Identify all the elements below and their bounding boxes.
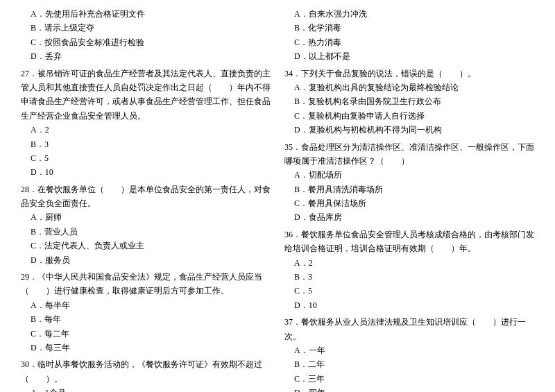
question-block: 28．在餐饮服务单位（ ）是本单位食品安全的第一责任人，对食品安全负全面责任。A… — [21, 182, 271, 267]
option-item: C．每二年 — [31, 327, 271, 341]
options-group: A．先使用后补充合格证明文件B．请示上级定夺C．按照食品安全标准进行检验D．丢弃 — [21, 7, 271, 64]
option-item: A．先使用后补充合格证明文件 — [31, 7, 271, 21]
option-item: A．每半年 — [31, 298, 271, 312]
left-column: A．先使用后补充合格证明文件B．请示上级定夺C．按照食品安全标准进行检验D．丢弃… — [21, 7, 271, 392]
question-block: 36．餐饮服务单位食品安全管理人员考核成绩合格的，由考核部门发给培训合格证明，培… — [284, 228, 534, 312]
question-block: 29．《中华人民共和国食品安全法》规定，食品生产经营人员应当（ ）进行健康检查，… — [21, 270, 271, 355]
option-item: C．法定代表人、负责人或业主 — [31, 239, 271, 253]
option-item: C．复验机构由复验申请人自行选择 — [294, 109, 534, 123]
option-item: D．食品库房 — [294, 210, 534, 224]
question-title: 30．临时从事餐饮服务活动的，《餐饮服务许可证》有效期不超过（ ）。 — [21, 357, 271, 386]
option-item: C．5 — [31, 151, 271, 165]
option-item: A．厨师 — [31, 210, 271, 224]
question-title: 27．被吊销许可证的食品生产经营者及其法定代表人、直接负责的主管人员和其他直接责… — [21, 67, 271, 123]
option-item: B．3 — [31, 137, 271, 151]
option-item: A．1个月 — [31, 386, 271, 392]
option-item: A．切配场所 — [294, 168, 534, 182]
options-group: A．切配场所B．餐用具清洗消毒场所C．餐用具保洁场所D．食品库房 — [284, 168, 534, 225]
question-block: 27．被吊销许可证的食品生产经营者及其法定代表人、直接负责的主管人员和其他直接责… — [21, 67, 271, 180]
question-block: 30．临时从事餐饮服务活动的，《餐饮服务许可证》有效期不超过（ ）。A．1个月B… — [21, 357, 271, 392]
question-block: 37．餐饮服务从业人员法律法规及卫生知识培训应（ ）进行一次。A．一年B．二年C… — [284, 315, 534, 392]
option-item: B．二年 — [294, 357, 534, 371]
options-group: A．一年B．二年C．三年D．四年 — [284, 343, 534, 392]
option-item: C．三年 — [294, 372, 534, 386]
option-item: D．10 — [294, 298, 534, 312]
option-item: B．每年 — [31, 312, 271, 326]
option-item: C．餐用具保洁场所 — [294, 196, 534, 210]
option-item: B．营业人员 — [31, 225, 271, 239]
options-group: A．2B．3C．5D．10 — [284, 256, 534, 313]
option-item: D．以上都不是 — [294, 49, 534, 63]
option-item: A．2 — [31, 123, 271, 137]
question-title: 34．下列关于食品复验的说法，错误的是（ ）。 — [284, 67, 534, 80]
option-item: A．自来水强力冲洗 — [294, 7, 534, 21]
options-group: A．自来水强力冲洗B．化学消毒C．热力消毒D．以上都不是 — [284, 7, 534, 64]
question-title: 28．在餐饮服务单位（ ）是本单位食品安全的第一责任人，对食品安全负全面责任。 — [21, 182, 271, 211]
option-item: D．每三年 — [31, 341, 271, 355]
option-item: B．请示上级定夺 — [31, 21, 271, 35]
right-column: A．自来水强力冲洗B．化学消毒C．热力消毒D．以上都不是34．下列关于食品复验的… — [284, 7, 534, 392]
question-block: 35．食品处理区分为清洁操作区、准清洁操作区、一般操作区，下面哪项属于准清洁操作… — [284, 140, 534, 225]
option-item: B．餐用具清洗消毒场所 — [294, 182, 534, 196]
option-item: C．热力消毒 — [294, 35, 534, 49]
question-title: 36．餐饮服务单位食品安全管理人员考核成绩合格的，由考核部门发给培训合格证明，培… — [284, 228, 534, 256]
option-item: D．10 — [31, 165, 271, 179]
option-item: D．服务员 — [31, 253, 271, 267]
options-group: A．每半年B．每年C．每二年D．每三年 — [21, 298, 271, 355]
option-item: A．2 — [294, 256, 534, 270]
option-item: D．复验机构与初检机构不得为同一机构 — [294, 123, 534, 137]
options-group: A．复验机构出具的复验结论为最终检验结论B．复验机构名录由国务院卫生行政公布C．… — [284, 80, 534, 137]
option-item: B．复验机构名录由国务院卫生行政公布 — [294, 94, 534, 108]
option-item: A．复验机构出具的复验结论为最终检验结论 — [294, 80, 534, 94]
option-item: A．一年 — [294, 343, 534, 357]
question-block: 34．下列关于食品复验的说法，错误的是（ ）。A．复验机构出具的复验结论为最终检… — [284, 67, 534, 137]
option-item: B．3 — [294, 270, 534, 284]
question-block: A．先使用后补充合格证明文件B．请示上级定夺C．按照食品安全标准进行检验D．丢弃 — [21, 7, 271, 64]
options-group: A．厨师B．营业人员C．法定代表人、负责人或业主D．服务员 — [21, 210, 271, 267]
options-group: A．1个月B．3个月C．6个月D．12个月 — [21, 386, 271, 392]
option-item: C．按照食品安全标准进行检验 — [31, 35, 271, 49]
question-title: 35．食品处理区分为清洁操作区、准清洁操作区、一般操作区，下面哪项属于准清洁操作… — [284, 140, 534, 169]
option-item: D．四年 — [294, 386, 534, 392]
question-title: 29．《中华人民共和国食品安全法》规定，食品生产经营人员应当（ ）进行健康检查，… — [21, 270, 271, 298]
option-item: D．丢弃 — [31, 49, 271, 63]
option-item: B．化学消毒 — [294, 21, 534, 35]
page-container: A．先使用后补充合格证明文件B．请示上级定夺C．按照食品安全标准进行检验D．丢弃… — [21, 7, 534, 392]
question-block: A．自来水强力冲洗B．化学消毒C．热力消毒D．以上都不是 — [284, 7, 534, 64]
question-title: 37．餐饮服务从业人员法律法规及卫生知识培训应（ ）进行一次。 — [284, 315, 534, 343]
options-group: A．2B．3C．5D．10 — [21, 123, 271, 180]
option-item: C．5 — [294, 284, 534, 298]
